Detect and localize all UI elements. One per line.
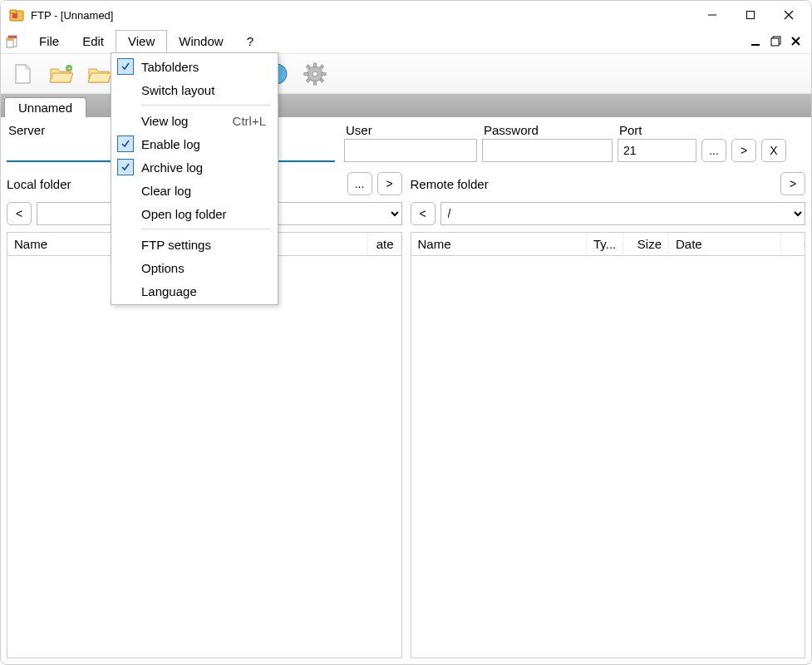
window-close-button[interactable] <box>770 2 808 27</box>
connection-connect-button[interactable]: > <box>731 139 756 162</box>
svg-point-25 <box>312 71 317 76</box>
col-name[interactable]: Name <box>411 234 588 254</box>
svg-rect-31 <box>320 78 324 82</box>
menu-language[interactable]: Language <box>113 279 276 303</box>
col-date-partial[interactable]: ate <box>368 234 401 254</box>
window-titlebar: FTP - [Unnamed] <box>1 1 811 29</box>
view-menu-dropdown: Tabfolders Switch layout View log Ctrl+L… <box>111 52 278 305</box>
window-title: FTP - [Unnamed] <box>31 9 693 22</box>
col-date[interactable]: Date <box>669 234 781 254</box>
menu-view-log[interactable]: View log Ctrl+L <box>113 109 276 132</box>
menu-view[interactable]: View <box>116 30 167 52</box>
svg-rect-27 <box>314 81 317 85</box>
open-folder-icon[interactable]: + <box>44 57 77 91</box>
remote-back-button[interactable]: < <box>411 202 436 225</box>
menu-file[interactable]: File <box>27 31 71 52</box>
mdi-minimize-button[interactable] <box>748 33 765 50</box>
menu-window[interactable]: Window <box>167 31 234 52</box>
port-input[interactable] <box>618 139 696 162</box>
menu-switch-layout[interactable]: Switch layout <box>113 78 276 101</box>
svg-rect-30 <box>307 65 311 69</box>
gear-icon[interactable] <box>298 57 332 91</box>
menu-edit[interactable]: Edit <box>71 31 116 52</box>
menu-help[interactable]: ? <box>235 31 265 52</box>
svg-rect-28 <box>304 72 308 75</box>
local-open-button[interactable]: > <box>377 172 402 195</box>
window-maximize-button[interactable] <box>731 2 770 27</box>
password-label: Password <box>482 123 613 137</box>
menu-enable-log[interactable]: Enable log <box>113 132 276 155</box>
remote-folder-label: Remote folder <box>411 177 776 191</box>
mdi-restore-button[interactable] <box>768 33 785 50</box>
svg-rect-26 <box>314 63 317 67</box>
app-icon <box>9 7 24 22</box>
remote-folder-col: Remote folder > < / <box>411 172 806 225</box>
local-back-button[interactable]: < <box>7 202 32 225</box>
check-icon <box>117 58 134 75</box>
connection-browse-button[interactable]: ... <box>701 139 726 162</box>
user-label: User <box>344 123 477 137</box>
remote-list-header: Name Ty... Size Date <box>411 232 806 255</box>
menu-archive-log[interactable]: Archive log <box>113 155 276 179</box>
new-file-icon[interactable] <box>6 57 39 91</box>
menu-separator <box>141 229 271 229</box>
menu-ftp-settings[interactable]: FTP settings <box>113 233 276 256</box>
port-label: Port <box>618 123 696 137</box>
menubar: File Edit View Window ? <box>1 29 811 54</box>
user-input[interactable] <box>344 139 477 162</box>
remote-list-body[interactable] <box>411 255 806 658</box>
local-list-body[interactable] <box>7 255 402 658</box>
svg-rect-13 <box>771 38 779 46</box>
svg-rect-33 <box>307 78 311 82</box>
tab-unnamed[interactable]: Unnamed <box>4 97 86 117</box>
check-icon <box>117 135 134 152</box>
svg-rect-32 <box>320 65 324 69</box>
svg-rect-2 <box>12 13 17 18</box>
menu-separator <box>141 105 271 106</box>
svg-rect-10 <box>7 38 13 41</box>
window-minimize-button[interactable] <box>693 2 731 27</box>
mdi-close-button[interactable] <box>788 33 805 50</box>
col-type[interactable]: Ty... <box>587 234 623 254</box>
col-spacer[interactable] <box>781 241 805 248</box>
remote-list: Name Ty... Size Date <box>411 229 806 658</box>
local-browse-button[interactable]: ... <box>347 172 372 195</box>
mdi-doc-icon <box>6 34 21 49</box>
menu-open-log-folder[interactable]: Open log folder <box>113 202 276 225</box>
connection-close-button[interactable]: X <box>761 139 786 162</box>
svg-rect-4 <box>747 12 755 19</box>
col-size[interactable]: Size <box>623 234 669 254</box>
menu-clear-log[interactable]: Clear log <box>113 179 276 202</box>
svg-rect-1 <box>10 10 17 13</box>
svg-text:+: + <box>67 66 71 71</box>
check-icon <box>117 159 134 175</box>
svg-rect-29 <box>322 72 326 75</box>
password-input[interactable] <box>482 139 613 162</box>
menu-options[interactable]: Options <box>113 256 276 279</box>
remote-open-button[interactable]: > <box>780 172 805 195</box>
menu-tabfolders[interactable]: Tabfolders <box>113 55 276 78</box>
remote-path-select[interactable]: / <box>440 202 806 225</box>
